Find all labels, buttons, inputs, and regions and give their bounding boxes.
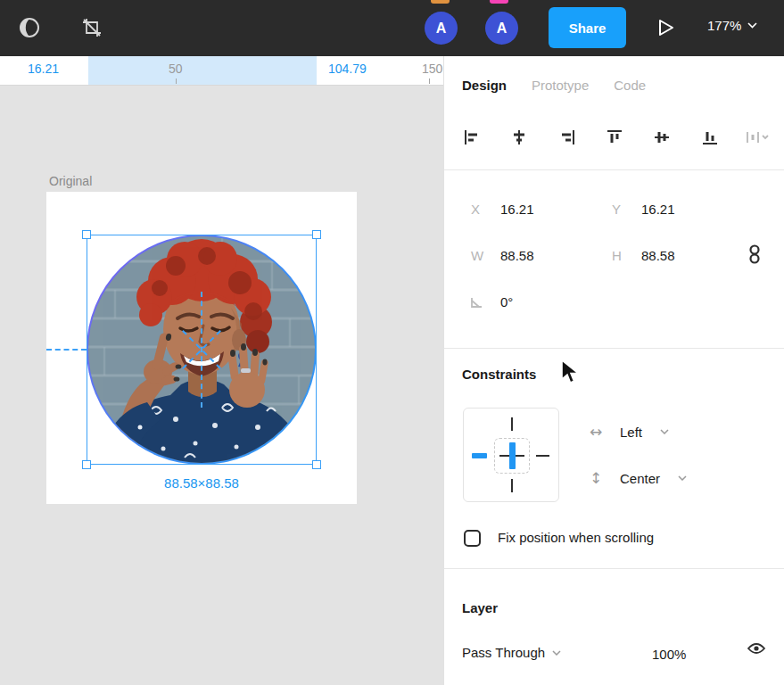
ruler-tick [176,78,177,84]
fix-position-label: Fix position when scrolling [498,530,654,545]
align-top-icon[interactable] [603,126,626,149]
y-field-label: Y [612,202,621,217]
divider [444,348,784,349]
selection-bounding-box[interactable] [87,235,317,465]
constraint-center-vertical-active[interactable] [509,442,516,469]
avatar-user-1[interactable]: A [425,12,458,45]
fix-position-checkbox[interactable] [464,530,481,547]
observer-bar-orange [431,0,450,4]
blend-mode-select[interactable]: Pass Through [462,645,561,660]
rotation-icon [468,294,484,314]
divider [444,568,784,569]
h-field-label: H [612,248,622,263]
ruler-mark: 16.21 [28,62,59,76]
x-field-label: X [471,202,480,217]
constraints-widget[interactable] [463,408,559,502]
blend-mode-value: Pass Through [462,645,545,660]
alignment-toolbar [460,126,769,149]
canvas-area[interactable]: Original [0,86,443,685]
tab-code[interactable]: Code [614,78,646,93]
constraint-bottom-tick[interactable] [511,479,513,492]
resize-handle-top-right[interactable] [312,230,321,239]
avatar-initial: A [436,21,447,37]
zoom-chevron-icon [747,22,757,29]
x-field-value[interactable]: 16.21 [500,202,534,217]
w-field-label: W [471,248,483,263]
divider [444,169,784,170]
mouse-cursor [560,359,582,388]
horizontal-center-guide [46,349,87,351]
ruler-selection-highlight [88,56,317,86]
resize-handle-bottom-left[interactable] [82,460,91,469]
dimension-label: 88.58×88.58 [87,475,317,491]
panel-tabs: Design Prototype Code [462,78,646,93]
h-field-value[interactable]: 88.58 [641,248,675,263]
layer-visibility-eye-icon[interactable] [747,641,766,659]
layer-opacity-value[interactable]: 100% [652,647,686,662]
vertical-arrows-icon: ↕ [590,469,620,487]
zoom-level-control[interactable]: 177% [707,18,757,33]
layer-section-title: Layer [462,600,498,615]
avatar-user-2[interactable]: A [485,12,518,45]
vertical-constraint-select[interactable]: Center [620,471,660,486]
vertical-constraint-row: ↕ Center [590,469,687,487]
ruler-mark: 50 [169,62,183,76]
properties-panel: Design Prototype Code [443,56,784,685]
align-right-icon[interactable] [556,126,579,149]
top-toolbar: A A Share 177% [0,0,784,56]
constraints-section-title: Constraints [462,367,536,382]
avatar-initial: A [497,21,508,37]
tab-design[interactable]: Design [462,78,507,93]
resize-handle-top-left[interactable] [82,230,91,239]
horizontal-ruler: 16.21 50 104.79 150 [0,56,443,86]
constraint-top-tick[interactable] [511,417,513,431]
y-field-value[interactable]: 16.21 [641,202,675,217]
constraint-left-tick-active[interactable] [472,453,487,458]
crop-icon[interactable] [79,15,104,40]
chevron-down-icon [552,650,561,656]
chevron-down-icon [678,475,687,481]
horizontal-arrows-icon: ↔ [590,423,620,441]
horizontal-constraint-select[interactable]: Left [620,425,642,440]
rotation-value[interactable]: 0° [500,294,513,309]
align-bottom-icon[interactable] [698,126,722,149]
resize-handle-bottom-right[interactable] [312,460,321,469]
observer-bar-pink [490,0,508,4]
align-vertical-center-icon[interactable] [650,126,673,149]
ruler-mark: 104.79 [328,62,367,76]
ruler-tick [429,78,430,84]
w-field-value[interactable]: 88.58 [500,248,534,263]
share-button[interactable]: Share [549,7,626,48]
align-horizontal-center-icon[interactable] [508,126,531,149]
ruler-mark: 150 [422,62,442,76]
mask-icon[interactable] [17,15,42,40]
zoom-level-value: 177% [707,18,741,33]
horizontal-constraint-row: ↔ Left [590,423,669,441]
constraint-right-tick[interactable] [536,455,549,457]
constrain-proportions-icon[interactable] [747,243,762,268]
frame-label[interactable]: Original [49,174,92,188]
tab-prototype[interactable]: Prototype [532,78,589,93]
distribute-more-icon[interactable] [746,126,769,149]
align-left-icon[interactable] [460,126,483,149]
present-play-icon[interactable] [654,15,679,40]
chevron-down-icon [660,429,669,434]
